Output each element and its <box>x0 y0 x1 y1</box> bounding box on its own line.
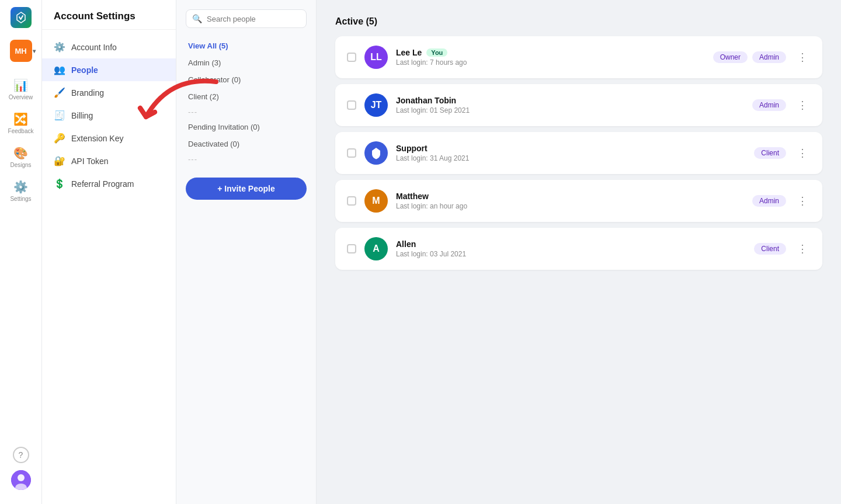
sidebar-nav: ⚙️ Account Info 👥 People 🖌️ Branding 🧾 B… <box>42 30 176 201</box>
person-info: Allen Last login: 03 Jul 2021 <box>396 239 746 258</box>
middle-panel: 🔍 View All (5) Admin (3) Collaborator (0… <box>176 0 317 504</box>
search-box[interactable]: 🔍 <box>186 9 307 28</box>
filter-admin[interactable]: Admin (3) <box>176 54 316 71</box>
sidebar-nav-referral-program[interactable]: 💲 Referral Program <box>42 172 176 195</box>
person-last-login: Last login: 7 hours ago <box>396 58 705 67</box>
account-info-label: Account Info <box>71 43 117 52</box>
person-checkbox[interactable] <box>347 53 356 62</box>
person-last-login: Last login: 03 Jul 2021 <box>396 250 746 258</box>
icon-bar-nav: 📊 Overview 🔀 Feedback 🎨 Designs ⚙️ Setti… <box>4 67 39 447</box>
sidebar-nav-people[interactable]: 👥 People <box>42 58 176 81</box>
person-card: M Matthew Last login: an hour ago Admin … <box>335 180 822 222</box>
role-badge: Admin <box>752 51 786 63</box>
role-badge: Admin <box>752 195 786 207</box>
overview-icon: 📊 <box>13 78 28 92</box>
person-last-login: Last login: 01 Sep 2021 <box>396 106 744 114</box>
sidebar-nav-api-token[interactable]: 🔐 API Token <box>42 150 176 172</box>
main-content: Active (5) LL Lee Le You Last login: 7 h… <box>317 0 841 504</box>
icon-bar: MH ▾ 📊 Overview 🔀 Feedback 🎨 Designs ⚙️ … <box>0 0 42 504</box>
divider-2: --- <box>176 152 316 166</box>
workspace-initials: MH <box>15 47 26 55</box>
person-avatar: JT <box>364 93 388 117</box>
referral-icon: 💲 <box>54 178 65 189</box>
person-checkbox[interactable] <box>347 100 356 110</box>
role-badge: Client <box>754 147 786 159</box>
sidebar-nav-extension-key[interactable]: 🔑 Extension Key <box>42 127 176 150</box>
filter-collaborator[interactable]: Collaborator (0) <box>176 71 316 88</box>
person-name: Allen <box>396 239 746 249</box>
person-info: Support Last login: 31 Aug 2021 <box>396 144 746 162</box>
person-name: Matthew <box>396 192 744 201</box>
sidebar-nav-account-info[interactable]: ⚙️ Account Info <box>42 36 176 58</box>
search-input[interactable] <box>207 15 300 23</box>
sidebar: Account Settings ⚙️ Account Info 👥 Peopl… <box>42 0 176 504</box>
sidebar-nav-billing[interactable]: 🧾 Billing <box>42 104 176 127</box>
settings-icon: ⚙️ <box>13 180 28 194</box>
person-card: A Allen Last login: 03 Jul 2021 Client ⋮ <box>335 228 822 270</box>
more-options-button[interactable]: ⋮ <box>794 193 811 209</box>
more-options-button[interactable]: ⋮ <box>794 49 811 65</box>
person-avatar: M <box>364 189 388 213</box>
sidebar-item-feedback[interactable]: 🔀 Feedback <box>4 107 39 139</box>
api-token-label: API Token <box>71 157 109 166</box>
person-avatar <box>364 141 388 165</box>
sidebar-title: Account Settings <box>42 0 176 30</box>
extension-key-icon: 🔑 <box>54 133 65 144</box>
chevron-down-icon: ▾ <box>33 48 36 54</box>
sidebar-item-designs[interactable]: 🎨 Designs <box>4 141 39 173</box>
person-info: Matthew Last login: an hour ago <box>396 192 744 210</box>
person-info: Lee Le You Last login: 7 hours ago <box>396 48 705 67</box>
person-avatar: LL <box>364 46 388 69</box>
person-last-login: Last login: 31 Aug 2021 <box>396 154 746 162</box>
person-name: Jonathan Tobin <box>396 96 744 105</box>
sidebar-nav-branding[interactable]: 🖌️ Branding <box>42 81 176 104</box>
person-last-login: Last login: an hour ago <box>396 202 744 210</box>
api-token-icon: 🔐 <box>54 155 65 166</box>
branding-label: Branding <box>71 88 104 98</box>
person-roles: OwnerAdmin <box>713 51 786 63</box>
person-checkbox[interactable] <box>347 244 356 253</box>
divider-1: --- <box>176 105 316 119</box>
filter-view-all[interactable]: View All (5) <box>176 37 316 54</box>
overview-label: Overview <box>9 94 33 100</box>
designs-icon: 🎨 <box>13 146 28 160</box>
people-list: LL Lee Le You Last login: 7 hours ago Ow… <box>335 36 822 270</box>
filter-client[interactable]: Client (2) <box>176 88 316 105</box>
person-card: Support Last login: 31 Aug 2021 Client ⋮ <box>335 132 822 174</box>
designs-label: Designs <box>10 162 31 168</box>
billing-icon: 🧾 <box>54 110 65 121</box>
workspace-badge[interactable]: MH ▾ <box>10 40 32 62</box>
referral-label: Referral Program <box>71 179 134 189</box>
person-checkbox[interactable] <box>347 196 356 206</box>
feedback-icon: 🔀 <box>13 112 28 126</box>
active-section-title: Active (5) <box>335 16 822 27</box>
filter-deactivated[interactable]: Deactivated (0) <box>176 135 316 152</box>
settings-label: Settings <box>10 196 31 202</box>
person-card: LL Lee Le You Last login: 7 hours ago Ow… <box>335 36 822 78</box>
people-label: People <box>71 65 98 75</box>
sidebar-item-overview[interactable]: 📊 Overview <box>4 74 39 105</box>
filter-pending[interactable]: Pending Invitation (0) <box>176 119 316 135</box>
person-card: JT Jonathan Tobin Last login: 01 Sep 202… <box>335 84 822 126</box>
help-button[interactable]: ? <box>13 447 29 463</box>
more-options-button[interactable]: ⋮ <box>794 97 811 113</box>
person-roles: Admin <box>752 195 786 207</box>
app-logo <box>11 7 32 28</box>
person-info: Jonathan Tobin Last login: 01 Sep 2021 <box>396 96 744 114</box>
person-avatar: A <box>364 237 388 260</box>
extension-key-label: Extension Key <box>71 134 124 143</box>
people-icon: 👥 <box>54 64 65 75</box>
person-checkbox[interactable] <box>347 148 356 158</box>
user-avatar[interactable] <box>11 470 31 490</box>
more-options-button[interactable]: ⋮ <box>794 241 811 257</box>
person-name: Support <box>396 144 746 153</box>
more-options-button[interactable]: ⋮ <box>794 145 811 161</box>
you-badge: You <box>426 48 447 57</box>
role-badge: Owner <box>713 51 748 63</box>
role-badge: Admin <box>752 99 786 111</box>
sidebar-item-settings[interactable]: ⚙️ Settings <box>4 175 39 207</box>
invite-people-button[interactable]: + Invite People <box>186 178 307 200</box>
person-roles: Client <box>754 147 786 159</box>
icon-bar-bottom: ? <box>11 447 31 497</box>
billing-label: Billing <box>71 111 93 120</box>
